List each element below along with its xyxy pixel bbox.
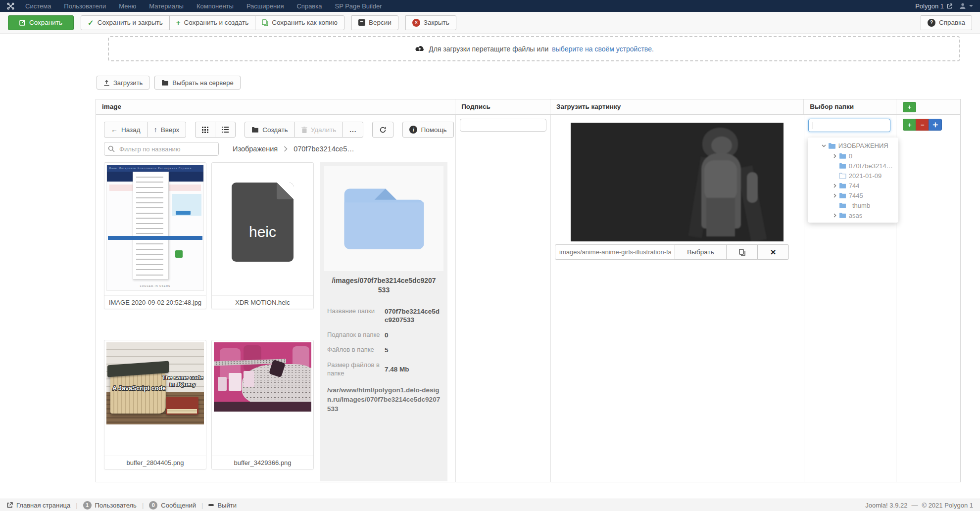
versions-icon — [358, 19, 365, 26]
file-card-jpg[interactable]: Меню Материалы Компоненты Расширения Спр… — [104, 162, 206, 309]
edit-toolbar: Сохранить ✓ Сохранить и закрыть + Сохран… — [0, 12, 980, 34]
menu-menus[interactable]: Меню — [119, 2, 136, 10]
clear-image-button[interactable]: × — [757, 244, 789, 260]
add-row-button[interactable]: + — [903, 102, 916, 112]
media-field-panel: image Подпись Загрузить картинку Выбор п… — [96, 99, 961, 482]
list-view-button[interactable] — [215, 122, 236, 138]
move-item-button[interactable]: ✛ — [929, 119, 942, 131]
versions-button[interactable]: Версии — [351, 15, 398, 30]
question-icon: ? — [928, 19, 935, 27]
choose-image-button[interactable]: Выбрать — [675, 244, 727, 260]
tree-root-images[interactable]: ИЗОБРАЖЕНИЯ — [808, 140, 898, 151]
image-preview — [571, 123, 784, 241]
menu-users[interactable]: Пользователи — [64, 2, 106, 10]
text-caret — [813, 122, 813, 129]
file-dropzone[interactable]: Для загрузки перетащите файлы или выбери… — [108, 36, 960, 61]
help-button[interactable]: ? Справка — [921, 15, 972, 30]
tree-item-clipped[interactable] — [808, 220, 898, 223]
file-manager-cell: ← Назад ↑ Вверх — [96, 115, 456, 482]
tree-item-asas[interactable]: asas — [808, 210, 898, 220]
messages-count-badge: 0 — [149, 501, 157, 510]
file-name: XDR MOTION.heic — [212, 295, 313, 309]
column-header-upload-image: Загрузить картинку — [550, 99, 804, 114]
admin-topbar: Система Пользователи Меню Материалы Комп… — [0, 0, 980, 12]
joomla-logo-icon — [7, 2, 14, 10]
select-on-server-button[interactable]: Выбрать на сервере — [154, 76, 240, 90]
add-item-button[interactable]: + — [903, 119, 916, 131]
breadcrumb: Изображения 070f7be3214ce5… — [233, 145, 354, 153]
users-count-badge: 1 — [83, 501, 92, 510]
trash-icon — [301, 127, 307, 133]
file-card-buffer2[interactable]: buffer_3429366.png — [211, 340, 314, 469]
create-folder-button[interactable]: Создать — [245, 122, 294, 138]
file-card-heic[interactable]: heic XDR MOTION.heic — [211, 162, 314, 309]
server-path: /var/www/html/polygon1.delo-design.ru/im… — [327, 386, 441, 414]
filter-input[interactable] — [104, 142, 219, 156]
back-button[interactable]: ← Назад — [104, 122, 147, 138]
copy-path-button[interactable] — [726, 244, 758, 260]
save-close-button[interactable]: ✓ Сохранить и закрыть — [81, 15, 170, 30]
tree-item-744[interactable]: 744 — [808, 181, 898, 190]
save-copy-button[interactable]: Сохранить как копию — [255, 15, 344, 30]
fm-help-button[interactable]: i Помощь — [402, 122, 453, 138]
more-button[interactable]: ... — [343, 122, 363, 138]
meme-thumbnail: A JavaScript code The same code in JQuer… — [106, 342, 204, 424]
tree-item-thumb[interactable]: _thumb — [808, 200, 898, 210]
up-button[interactable]: ↑ Вверх — [147, 122, 187, 138]
file-card-buffer1[interactable]: A JavaScript code The same code in JQuer… — [104, 340, 206, 469]
site-preview-link[interactable]: Polygon 1 — [915, 2, 952, 10]
search-icon — [108, 145, 115, 152]
folder-select-input[interactable] — [808, 119, 890, 132]
column-header-folder-select: Выбор папки — [804, 99, 896, 114]
logout-link[interactable]: Выйти — [208, 502, 237, 509]
chevron-right-icon[interactable] — [832, 213, 838, 218]
chevron-right-icon[interactable] — [832, 193, 838, 198]
menu-help[interactable]: Справка — [296, 2, 322, 10]
save-icon — [19, 19, 26, 26]
save-button[interactable]: Сохранить — [8, 15, 74, 30]
tree-item-2021-01-09[interactable]: 2021-01-09 — [808, 171, 898, 181]
tree-item-070f7be[interactable]: 070f7be3214… — [808, 161, 898, 171]
chevron-right-icon[interactable] — [832, 184, 838, 188]
folder-icon — [839, 183, 846, 188]
pink-thumbnail — [214, 342, 311, 412]
caption-input[interactable] — [460, 119, 546, 132]
image-path-input[interactable] — [555, 244, 675, 260]
home-page-link[interactable]: Главная страница — [7, 502, 70, 509]
tree-item-0[interactable]: 0 — [808, 151, 898, 161]
column-header-caption: Подпись — [455, 99, 550, 114]
folder-icon — [839, 192, 846, 198]
refresh-button[interactable] — [372, 122, 393, 138]
refresh-icon — [379, 126, 387, 134]
menu-system[interactable]: Система — [25, 2, 51, 10]
user-menu-toggle[interactable] — [959, 2, 973, 9]
folder-path: /images/070f7be3214ce5dc9207533 — [327, 276, 441, 295]
chevron-right-icon[interactable] — [832, 154, 838, 158]
menu-extensions[interactable]: Расширения — [246, 2, 284, 10]
upload-image-cell: Выбрать × — [551, 115, 804, 482]
folder-outline-icon — [839, 173, 846, 179]
row-actions-group: + − ✛ — [903, 119, 942, 131]
admin-menu: Система Пользователи Меню Материалы Комп… — [25, 2, 382, 10]
folder-icon — [839, 153, 846, 159]
check-icon: ✓ — [88, 18, 94, 27]
upload-buttons-row: Загрузить Выбрать на сервере — [97, 76, 241, 90]
remove-item-button[interactable]: − — [916, 119, 929, 131]
grid-view-button[interactable] — [195, 122, 215, 138]
close-button[interactable]: × Закрыть — [405, 15, 456, 30]
save-new-button[interactable]: + Сохранить и создать — [169, 15, 255, 30]
upload-button[interactable]: Загрузить — [97, 76, 149, 90]
users-online-link[interactable]: 1 Пользователь — [83, 501, 137, 510]
menu-content[interactable]: Материалы — [149, 2, 184, 10]
chevron-down-icon[interactable] — [821, 144, 828, 147]
device-select-link[interactable]: выберите на своём устройстве. — [552, 45, 653, 53]
menu-sp-page-builder[interactable]: SP Page Builder — [335, 2, 382, 10]
tree-item-7445[interactable]: 7445 — [808, 190, 898, 200]
delete-button[interactable]: Удалить — [294, 122, 343, 138]
folder-select-cell: ИЗОБРАЖЕНИЯ 0 070f7be3214… — [804, 115, 897, 482]
copy-icon — [262, 19, 268, 26]
menu-components[interactable]: Компоненты — [196, 2, 234, 10]
breadcrumb-root[interactable]: Изображения — [233, 145, 278, 153]
messages-link[interactable]: 0 Сообщений — [149, 501, 196, 510]
logout-icon — [208, 504, 214, 506]
